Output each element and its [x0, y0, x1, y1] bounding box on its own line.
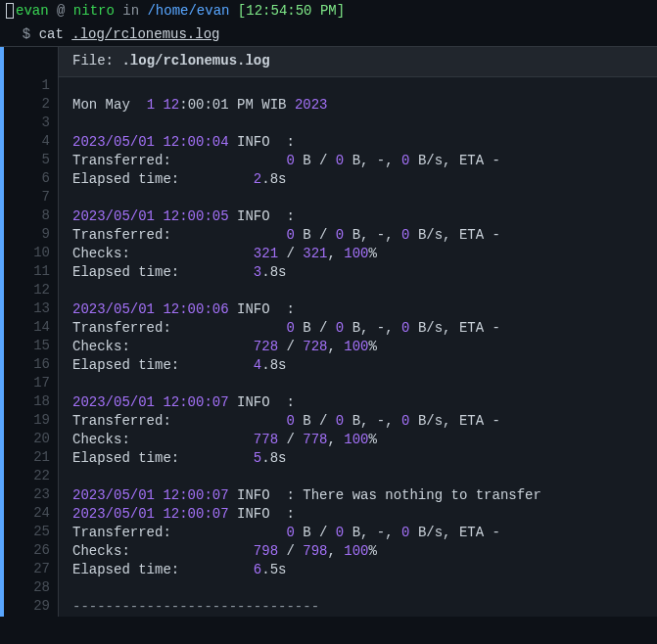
- log-line: Transferred: 0 B / 0 B, -, 0 B/s, ETA -: [72, 152, 643, 170]
- log-line: Transferred: 0 B / 0 B, -, 0 B/s, ETA -: [72, 412, 643, 431]
- gutter-num: 27: [12, 560, 50, 578]
- log-line: Elapsed time: 2.8s: [72, 170, 643, 189]
- gutter-num: 24: [12, 504, 50, 523]
- gutter-num: 29: [12, 597, 50, 616]
- gutter-num: 20: [12, 430, 50, 448]
- prompt-line-2[interactable]: $ cat .log/rclonemus.log: [0, 23, 657, 47]
- prompt-user: evan: [16, 3, 49, 19]
- gutter-num: 13: [12, 299, 50, 318]
- gutter-num: 25: [12, 523, 50, 541]
- log-line: 2023/05/01 12:00:07 INFO :: [72, 393, 643, 412]
- log-line: Elapsed time: 6.5s: [72, 561, 643, 579]
- prompt-time: [12:54:50 PM]: [229, 3, 345, 19]
- log-line: [72, 77, 643, 96]
- gutter-num: 4: [12, 132, 50, 151]
- gutter-num: 16: [12, 355, 50, 374]
- log-line: Checks: 778 / 778, 100%: [72, 431, 643, 449]
- log-line: 2023/05/01 12:00:07 INFO :: [72, 505, 643, 524]
- gutter-num: 19: [12, 411, 50, 430]
- file-path: .log/rclonemus.log: [121, 53, 269, 69]
- log-line: [72, 468, 643, 486]
- command-arg: .log/rclonemus.log: [71, 26, 219, 42]
- log-line: Transferred: 0 B / 0 B, -, 0 B/s, ETA -: [72, 319, 643, 338]
- line-gutter: 1 2 3 4 5 6 7 8 9 10 11 12 13 14 15 16 1…: [4, 47, 59, 617]
- log-line: Checks: 798 / 798, 100%: [72, 542, 643, 561]
- log-line: 2023/05/01 12:00:06 INFO :: [72, 300, 643, 319]
- prompt-line-1: evan @ nitro in /home/evan [12:54:50 PM]: [0, 0, 657, 23]
- gutter-num: 15: [12, 337, 50, 355]
- log-line: [72, 375, 643, 393]
- log-line: Elapsed time: 4.8s: [72, 356, 643, 375]
- file-header: File: .log/rclonemus.log: [59, 47, 657, 77]
- gutter-num: 12: [12, 281, 50, 299]
- gutter-num: 28: [12, 578, 50, 597]
- gutter-num: 9: [12, 225, 50, 244]
- gutter-num: 1: [12, 76, 50, 95]
- gutter-num: 21: [12, 448, 50, 467]
- log-line: ------------------------------: [72, 598, 643, 617]
- log-line: Checks: 728 / 728, 100%: [72, 338, 643, 356]
- prompt-cwd: /home/evan: [147, 3, 229, 19]
- log-line: [72, 579, 643, 598]
- file-content[interactable]: File: .log/rclonemus.log Mon May 1 12:00…: [59, 47, 657, 617]
- gutter-num: 23: [12, 485, 50, 504]
- log-line: Checks: 321 / 321, 100%: [72, 245, 643, 263]
- prompt-host: nitro: [73, 3, 115, 19]
- log-line: Transferred: 0 B / 0 B, -, 0 B/s, ETA -: [72, 524, 643, 542]
- log-line: Elapsed time: 3.8s: [72, 263, 643, 282]
- cursor-icon: [6, 3, 14, 19]
- log-line: Transferred: 0 B / 0 B, -, 0 B/s, ETA -: [72, 226, 643, 245]
- gutter-num: 14: [12, 318, 50, 337]
- command: cat: [39, 26, 72, 42]
- gutter-num: 22: [12, 467, 50, 485]
- log-line: 2023/05/01 12:00:04 INFO :: [72, 133, 643, 152]
- log-line: Mon May 1 12:00:01 PM WIB 2023: [72, 96, 643, 115]
- gutter-num: 7: [12, 188, 50, 207]
- gutter-num: 26: [12, 541, 50, 560]
- gutter-num: 5: [12, 151, 50, 169]
- prompt-symbol: $: [23, 26, 39, 42]
- gutter-num: 8: [12, 207, 50, 225]
- gutter-num: 17: [12, 374, 50, 392]
- log-line: 2023/05/01 12:00:05 INFO :: [72, 207, 643, 226]
- gutter-num: 6: [12, 169, 50, 188]
- log-line: [72, 282, 643, 300]
- output-area: 1 2 3 4 5 6 7 8 9 10 11 12 13 14 15 16 1…: [0, 46, 657, 617]
- gutter-num: 10: [12, 244, 50, 262]
- log-line: [72, 189, 643, 207]
- gutter-num: 3: [12, 114, 50, 132]
- log-line: 2023/05/01 12:00:07 INFO : There was not…: [72, 486, 643, 505]
- log-line: Elapsed time: 5.8s: [72, 449, 643, 468]
- log-line: [72, 115, 643, 133]
- gutter-num: 2: [12, 95, 50, 114]
- gutter-num: 18: [12, 392, 50, 411]
- gutter-num: 11: [12, 262, 50, 281]
